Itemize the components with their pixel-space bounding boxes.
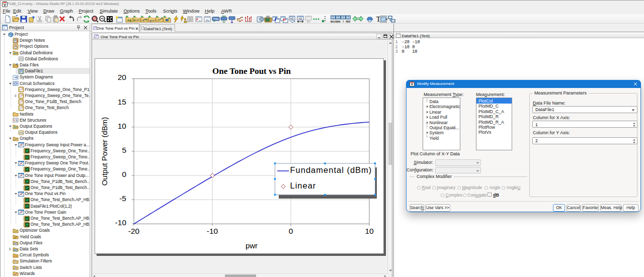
svg-text:-5: -5 — [119, 194, 126, 203]
svg-text:V: V — [411, 82, 414, 86]
svg-text:MAX: MAX — [331, 21, 336, 23]
svg-text:pwr: pwr — [245, 241, 257, 250]
svg-text:-10: -10 — [206, 226, 218, 235]
svg-text:REF: REF — [346, 21, 351, 23]
svg-text:Output Power (dBm): Output Power (dBm) — [100, 117, 109, 186]
svg-text:Linear: Linear — [290, 181, 316, 190]
svg-text:Fundamental (dBm): Fundamental (dBm) — [290, 165, 372, 174]
svg-text:-10: -10 — [115, 218, 126, 227]
svg-text:One Tone Pout vs Pin: One Tone Pout vs Pin — [212, 66, 291, 76]
svg-text:MIN: MIN — [336, 21, 341, 23]
svg-text:THD: THD — [213, 18, 219, 21]
svg-text:10: 10 — [117, 121, 126, 130]
svg-text:x=1: x=1 — [19, 58, 23, 61]
svg-text:x=1: x=1 — [19, 132, 23, 134]
svg-text:<>: <> — [14, 230, 17, 233]
svg-text:V: V — [4, 3, 7, 7]
svg-text:0: 0 — [122, 169, 126, 178]
svg-text:-20: -20 — [128, 226, 139, 235]
svg-text:SL: SL — [15, 267, 18, 269]
svg-text:10: 10 — [365, 226, 374, 235]
svg-text:HD: HD — [290, 17, 294, 20]
svg-text:0: 0 — [288, 226, 293, 235]
svg-text:20: 20 — [117, 73, 126, 81]
svg-text:+o: +o — [127, 19, 131, 22]
svg-text:15: 15 — [117, 97, 126, 106]
svg-text:Vo: Vo — [205, 19, 209, 22]
svg-text:5: 5 — [122, 145, 126, 154]
svg-text:y:=: y:= — [150, 19, 154, 22]
svg-text:?: ? — [343, 21, 344, 23]
svg-text:HD: HD — [298, 17, 302, 20]
svg-text:150: 150 — [14, 249, 17, 251]
